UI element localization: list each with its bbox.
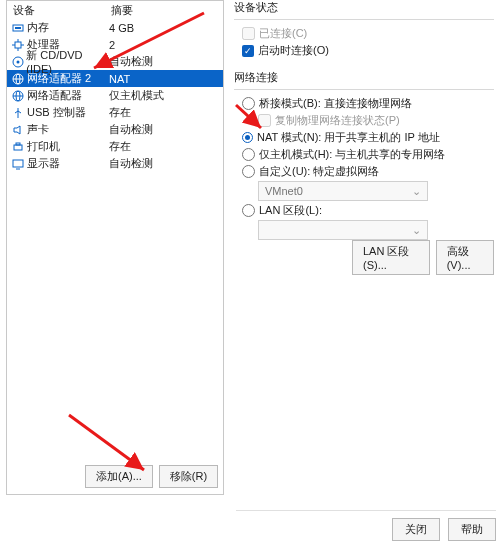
lan-radio[interactable]: LAN 区段(L):	[242, 203, 494, 218]
label: LAN 区段(L):	[259, 203, 322, 218]
radio[interactable]	[242, 148, 255, 161]
usb-icon	[11, 106, 25, 120]
label: 网络适配器 2	[27, 71, 91, 86]
label: NAT 模式(N): 用于共享主机的 IP 地址	[257, 130, 440, 145]
help-button[interactable]: 帮助	[448, 518, 496, 541]
display-icon	[11, 157, 25, 171]
net-icon	[11, 72, 25, 86]
advanced-button[interactable]: 高级(V)...	[436, 240, 494, 275]
col-summary: 摘要	[111, 3, 133, 17]
row-usb[interactable]: USB 控制器 存在	[7, 104, 223, 121]
svg-rect-2	[15, 42, 21, 48]
row-printer[interactable]: 打印机 存在	[7, 138, 223, 155]
row-display[interactable]: 显示器 自动检测	[7, 155, 223, 172]
list-header: 设备 摘要	[7, 1, 223, 19]
hostonly-radio[interactable]: 仅主机模式(H): 与主机共享的专用网络	[242, 147, 494, 162]
printer-icon	[11, 140, 25, 154]
label: 声卡	[27, 122, 49, 137]
bridge-radio[interactable]: 桥接模式(B): 直接连接物理网络	[242, 96, 494, 111]
net-title: 网络连接	[234, 70, 494, 85]
label: 自定义(U): 特定虚拟网络	[259, 164, 379, 179]
label: 仅主机模式(H): 与主机共享的专用网络	[259, 147, 445, 162]
label: 打印机	[27, 139, 60, 154]
settings-pane: 设备状态 已连接(C) ✓ 启动时连接(O) 网络连接 桥接模式(B): 直接连…	[234, 0, 494, 242]
value: 存在	[107, 105, 131, 120]
value: 自动检测	[107, 54, 153, 69]
sound-icon	[11, 123, 25, 137]
row-cd[interactable]: 新 CD/DVD (IDE) 自动检测	[7, 53, 223, 70]
value: 自动检测	[107, 156, 153, 171]
footer: 关闭 帮助	[236, 510, 496, 540]
vnet-select[interactable]: VMnet0	[258, 181, 428, 201]
remove-button[interactable]: 移除(R)	[159, 465, 218, 488]
radio[interactable]	[242, 97, 255, 110]
checkbox	[258, 114, 271, 127]
replicate-check[interactable]: 复制物理网络连接状态(P)	[258, 113, 494, 128]
label: 已连接(C)	[259, 26, 307, 41]
add-button[interactable]: 添加(A)...	[85, 465, 153, 488]
lan-select[interactable]	[258, 220, 428, 240]
svg-rect-15	[14, 145, 22, 150]
col-device: 设备	[13, 3, 111, 17]
memory-icon	[11, 21, 25, 35]
svg-rect-16	[16, 143, 20, 145]
value: 4 GB	[107, 22, 134, 34]
label: 启动时连接(O)	[258, 43, 329, 58]
label: 显示器	[27, 156, 60, 171]
divider	[234, 89, 494, 90]
value: 2	[107, 39, 115, 51]
row-net2[interactable]: 网络适配器 2 NAT	[7, 70, 223, 87]
close-button[interactable]: 关闭	[392, 518, 440, 541]
lan-select-row	[258, 220, 494, 240]
checkbox-icon: ✓	[242, 45, 254, 57]
checkbox	[242, 27, 255, 40]
lan-segments-button[interactable]: LAN 区段(S)...	[352, 240, 430, 275]
cd-icon	[11, 55, 24, 69]
radio-selected-icon	[242, 132, 253, 143]
connect-on-check[interactable]: ✓ 启动时连接(O)	[242, 43, 494, 58]
label: 网络适配器	[27, 88, 82, 103]
label: 内存	[27, 20, 49, 35]
vnet-select-row: VMnet0	[258, 181, 494, 201]
svg-rect-1	[15, 27, 21, 29]
net-icon	[11, 89, 25, 103]
svg-point-8	[16, 60, 19, 63]
value: 存在	[107, 139, 131, 154]
status-title: 设备状态	[234, 0, 494, 15]
radio[interactable]	[242, 204, 255, 217]
value: 自动检测	[107, 122, 153, 137]
value: NAT	[107, 73, 130, 85]
nat-radio[interactable]: NAT 模式(N): 用于共享主机的 IP 地址	[242, 130, 494, 145]
custom-radio[interactable]: 自定义(U): 特定虚拟网络	[242, 164, 494, 179]
svg-rect-17	[13, 160, 23, 167]
label: 复制物理网络连接状态(P)	[275, 113, 400, 128]
row-net1[interactable]: 网络适配器 仅主机模式	[7, 87, 223, 104]
radio[interactable]	[242, 165, 255, 178]
label: 桥接模式(B): 直接连接物理网络	[259, 96, 412, 111]
connected-check[interactable]: 已连接(C)	[242, 26, 494, 41]
row-sound[interactable]: 声卡 自动检测	[7, 121, 223, 138]
divider	[234, 19, 494, 20]
value: 仅主机模式	[107, 88, 164, 103]
label: USB 控制器	[27, 105, 86, 120]
device-list-pane: 设备 摘要 内存 4 GB 处理器 2 新 CD/DVD (IDE) 自动检测 …	[6, 0, 224, 495]
row-memory[interactable]: 内存 4 GB	[7, 19, 223, 36]
